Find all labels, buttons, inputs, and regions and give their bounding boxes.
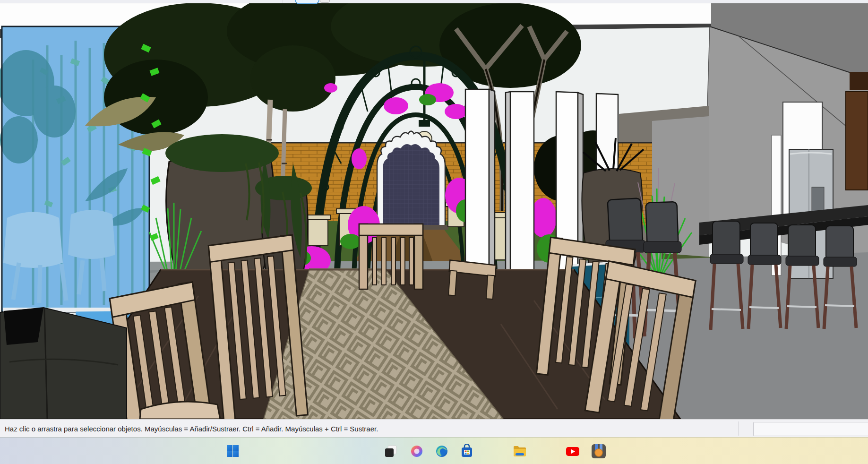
dialog-primary-button-edge[interactable] xyxy=(295,0,319,4)
status-message: Haz clic o arrastra para seleccionar obj… xyxy=(5,425,378,433)
file-explorer-icon xyxy=(512,444,527,459)
windows-logo-icon xyxy=(227,445,239,457)
copilot-icon xyxy=(410,444,424,458)
measurements-box[interactable] xyxy=(753,422,868,436)
edge-icon xyxy=(435,444,449,458)
cutoff-dialog-edge xyxy=(0,0,868,3)
start-button[interactable] xyxy=(226,438,239,464)
task-view-icon xyxy=(384,444,398,458)
microsoft-store-icon xyxy=(460,444,474,458)
file-explorer-button[interactable] xyxy=(511,438,528,464)
medal-app-button[interactable] xyxy=(590,438,608,464)
statusbar-divider xyxy=(738,421,739,436)
youtube-button[interactable] xyxy=(564,438,581,464)
statusbar: Haz clic o arrastra para seleccionar obj… xyxy=(0,419,868,438)
copilot-button[interactable] xyxy=(409,438,425,464)
task-view-button[interactable] xyxy=(383,438,399,464)
modeling-viewport[interactable] xyxy=(0,3,868,419)
store-button[interactable] xyxy=(459,438,475,464)
sofa xyxy=(0,308,127,419)
taskbar: Buscar xyxy=(0,437,868,464)
youtube-icon xyxy=(565,444,580,459)
edge-button[interactable] xyxy=(434,438,450,464)
scene-3d-render xyxy=(0,3,868,419)
dialog-secondary-button-edge[interactable] xyxy=(320,0,330,3)
medal-icon xyxy=(591,443,607,459)
dialog-divider xyxy=(283,0,283,3)
